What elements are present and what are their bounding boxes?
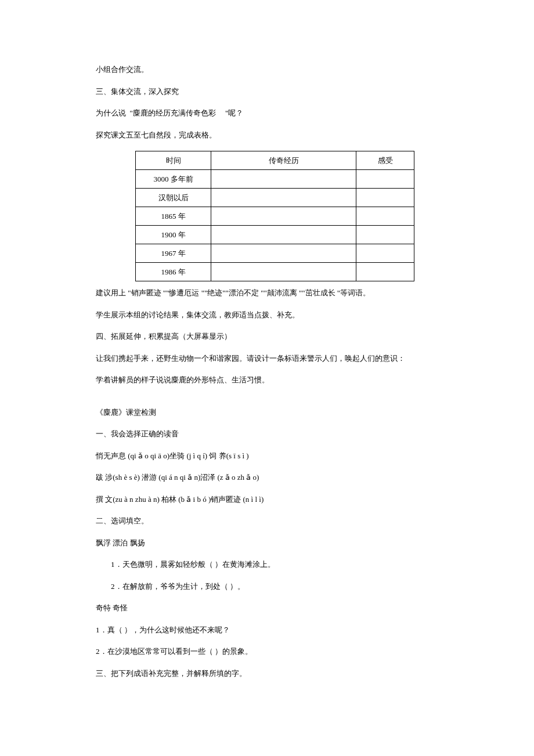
table-row: 汉朝以后 — [136, 189, 414, 207]
paragraph: 建议用上 "销声匿迹 ""惨遭厄运 ""绝迹""漂泊不定 ""颠沛流离 ""茁壮… — [96, 287, 438, 299]
table-cell: 1967 年 — [136, 244, 211, 263]
list-item: 1．真（ ），为什么这时候他还不来呢？ — [96, 624, 438, 636]
table-cell — [211, 207, 356, 226]
table-cell — [356, 263, 414, 281]
timeline-table-wrap: 时间 传奇经历 感受 3000 多年前 汉朝以后 1865 年 1900 年 — [135, 151, 438, 281]
table-header-cell: 时间 — [136, 151, 211, 170]
text: 麋鹿的经历充满传奇色彩 — [133, 108, 216, 117]
heading-section-4: 四、拓展延伸，积累提高（大屏幕显示） — [96, 331, 438, 342]
paragraph: 学生展示本组的讨论结果，集体交流，教师适当点拨、补充。 — [96, 309, 438, 321]
text — [218, 108, 225, 117]
page: 小组合作交流。 三、集体交流，深入探究 为什么说 "麋鹿的经历充满传奇色彩 "呢… — [0, 0, 534, 756]
paragraph: 让我们携起手来，还野生动物一个和谐家园。请设计一条标语来警示人们，唤起人们的意识… — [96, 353, 438, 364]
table-cell: 1865 年 — [136, 207, 211, 226]
text: "呢？ — [225, 108, 243, 117]
table-row: 1900 年 — [136, 226, 414, 244]
table-cell — [211, 226, 356, 244]
table-row: 3000 多年前 — [136, 170, 414, 189]
spacer — [96, 396, 438, 407]
paragraph: 奇特 奇怪 — [96, 602, 438, 614]
table-cell — [211, 170, 356, 189]
table-cell — [211, 263, 356, 281]
table-cell — [356, 189, 414, 207]
heading-q3: 三、把下列成语补充完整，并解释所填的字。 — [96, 668, 438, 679]
table-cell — [211, 189, 356, 207]
table-cell: 3000 多年前 — [136, 170, 211, 189]
table-cell: 1900 年 — [136, 226, 211, 244]
test-title: 《麋鹿》课堂检测 — [96, 407, 438, 418]
table-row: 1967 年 — [136, 244, 414, 263]
paragraph: 飘浮 漂泊 飘扬 — [96, 537, 438, 549]
paragraph: 为什么说 "麋鹿的经历充满传奇色彩 "呢？ — [96, 107, 438, 119]
paragraph: 跋 涉(sh è s è) 潜游 (qi á n qi ǎ n)沼泽 (z ǎ … — [96, 472, 438, 483]
heading-q2: 二、选词填空。 — [96, 515, 438, 527]
table-cell — [356, 226, 414, 244]
table-cell — [356, 244, 414, 263]
paragraph: 撰 文(zu à n zhu à n) 柏林 (b ǎ i b ó )销声匿迹 … — [96, 494, 438, 505]
table-row: 1865 年 — [136, 207, 414, 226]
paragraph: 悄无声息 (qi ǎ o qi ā o)坐骑 (j ì q í) 饲 养(s ī… — [96, 450, 438, 462]
paragraph: 探究课文五至七自然段，完成表格。 — [96, 129, 438, 141]
table-cell: 汉朝以后 — [136, 189, 211, 207]
paragraph: 学着讲解员的样子说说麋鹿的外形特点、生活习惯。 — [96, 374, 438, 386]
heading-section-3: 三、集体交流，深入探究 — [96, 86, 438, 97]
heading-q1: 一、我会选择正确的读音 — [96, 428, 438, 440]
table-cell — [211, 244, 356, 263]
table-header-cell: 感受 — [356, 151, 414, 170]
table-cell: 1986 年 — [136, 263, 211, 281]
table-cell — [356, 170, 414, 189]
table-header-row: 时间 传奇经历 感受 — [136, 151, 414, 170]
text: " — [128, 108, 133, 117]
table-row: 1986 年 — [136, 263, 414, 281]
list-item: 2．在沙漠地区常常可以看到一些（ ）的景象。 — [96, 646, 438, 657]
paragraph: 小组合作交流。 — [96, 64, 438, 75]
list-item: 1．天色微明，晨雾如轻纱般（ ）在黄海滩涂上。 — [96, 559, 438, 570]
table-header-cell: 传奇经历 — [211, 151, 356, 170]
timeline-table: 时间 传奇经历 感受 3000 多年前 汉朝以后 1865 年 1900 年 — [135, 151, 414, 281]
list-item: 2．在解放前，爷爷为生计，到处（ ）。 — [96, 581, 438, 592]
table-cell — [356, 207, 414, 226]
text: 为什么说 — [96, 108, 126, 117]
